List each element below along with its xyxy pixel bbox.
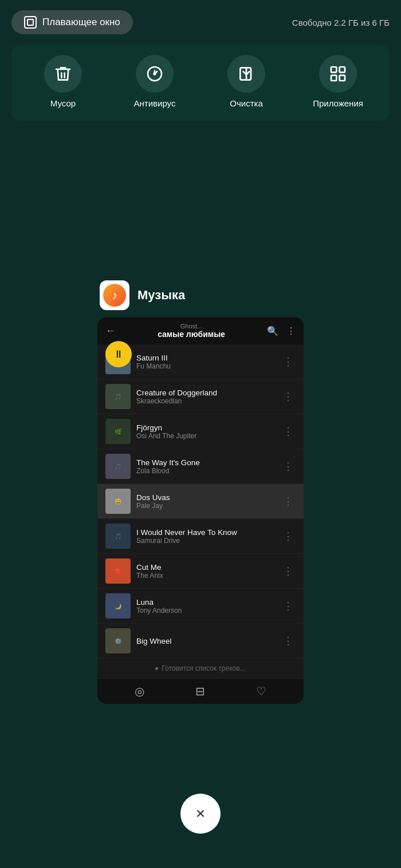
- trash-label: Мусор: [50, 98, 76, 108]
- favorites-nav-button[interactable]: ♡: [256, 684, 266, 698]
- clean-icon: [237, 65, 255, 83]
- track-more-button[interactable]: ⋮: [281, 632, 296, 649]
- track-name: Big Wheel: [136, 637, 275, 645]
- clean-label: Очистка: [230, 98, 262, 108]
- apps-icon: [329, 65, 347, 83]
- track-info: Fjörgyn Osi And The Jupiter: [136, 423, 275, 440]
- loading-dot: [155, 667, 158, 670]
- track-list: 🎵 Saturn III Fu Manchu ⋮ 🎵 Creature of D…: [97, 344, 304, 678]
- player-header-actions: 🔍 ⋮: [267, 326, 296, 336]
- track-thumbnail: 🎵: [105, 384, 131, 409]
- loading-label: Готовится список треков...: [162, 664, 245, 672]
- track-item[interactable]: 🎵 The Way It's Gone Zola Blood ⋮: [97, 449, 304, 484]
- antivirus-label: Антивирус: [134, 98, 176, 108]
- track-more-button[interactable]: ⋮: [281, 562, 296, 580]
- discover-nav-button[interactable]: ◎: [135, 684, 144, 698]
- music-app-header: Музыка: [97, 280, 304, 310]
- track-more-button[interactable]: ⋮: [281, 493, 296, 510]
- player-card: ← Ghost... самые любимые 🔍 ⋮ ⏸ 🎵 Saturn: [97, 317, 304, 704]
- track-artist: Zola Blood: [136, 467, 275, 475]
- top-bar: Плавающее окно Свободно 2.2 ГБ из 6 ГБ: [0, 0, 401, 40]
- player-title-area: Ghost... самые любимые: [158, 323, 225, 339]
- cleaner-trash-item[interactable]: Мусор: [40, 55, 86, 108]
- track-artist: Osi And The Jupiter: [136, 432, 275, 440]
- antivirus-icon-circle: [136, 55, 174, 93]
- track-thumbnail: 😄: [105, 489, 131, 514]
- floating-button-label: Плавающее окно: [42, 17, 120, 28]
- track-artist: Samurai Drive: [136, 537, 275, 545]
- player-back-button[interactable]: ←: [105, 325, 116, 337]
- track-item[interactable]: 🎵 Creature of Doggerland Skraeckoedlan ⋮: [97, 379, 304, 414]
- apps-icon-circle: [319, 55, 357, 93]
- track-thumbnail: 🌙: [105, 593, 131, 619]
- loading-text: Готовится список треков...: [97, 659, 304, 678]
- apps-label: Приложения: [313, 98, 363, 108]
- svg-point-3: [154, 73, 156, 75]
- music-app-icon-inner: [103, 284, 126, 307]
- floating-icon: [24, 16, 37, 29]
- music-app-icon: [100, 280, 129, 310]
- play-pause-button[interactable]: ⏸: [105, 341, 132, 367]
- track-name: Luna: [136, 598, 275, 607]
- track-more-button[interactable]: ⋮: [281, 388, 296, 405]
- close-button[interactable]: ×: [180, 794, 221, 834]
- track-item-active[interactable]: 😄 Dos Uvas Pale Jay ⋮: [97, 484, 304, 519]
- music-app-name: Музыка: [137, 288, 185, 303]
- clean-icon-circle: [227, 55, 265, 93]
- svg-rect-7: [340, 67, 345, 72]
- svg-rect-8: [331, 76, 336, 81]
- track-artist: Fu Manchu: [136, 362, 275, 370]
- track-item[interactable]: 🔴 Cut Me The Anix ⋮: [97, 554, 304, 589]
- track-name: Dos Uvas: [136, 493, 275, 502]
- track-thumbnail: ⚙️: [105, 628, 131, 653]
- track-artist: The Anix: [136, 572, 275, 580]
- close-icon: ×: [196, 804, 205, 823]
- track-thumbnail: 🎵: [105, 524, 131, 549]
- track-info: The Way It's Gone Zola Blood: [136, 458, 275, 475]
- track-thumbnail: 🌿: [105, 419, 131, 444]
- cleaner-apps-item[interactable]: Приложения: [315, 55, 361, 108]
- track-info: Saturn III Fu Manchu: [136, 354, 275, 370]
- track-info: Cut Me The Anix: [136, 563, 275, 580]
- track-name: Cut Me: [136, 563, 275, 572]
- track-name: Saturn III: [136, 354, 275, 362]
- track-info: Creature of Doggerland Skraeckoedlan: [136, 389, 275, 405]
- cleaner-antivirus-item[interactable]: Антивирус: [132, 55, 178, 108]
- track-name: Creature of Doggerland: [136, 389, 275, 397]
- track-artist: Pale Jay: [136, 502, 275, 510]
- track-artist: Tony Anderson: [136, 607, 275, 615]
- cleaner-card: Мусор Антивирус Очистка: [11, 45, 390, 121]
- track-thumbnail: 🔴: [105, 558, 131, 584]
- music-widget: Музыка ← Ghost... самые любимые 🔍 ⋮ ⏸ 🎵: [97, 280, 304, 704]
- trash-icon-circle: [44, 55, 82, 93]
- track-more-button[interactable]: ⋮: [281, 423, 296, 440]
- track-item[interactable]: 🌿 Fjörgyn Osi And The Jupiter ⋮: [97, 414, 304, 449]
- track-artist: Skraeckoedlan: [136, 397, 275, 405]
- svg-rect-9: [340, 76, 345, 81]
- track-more-button[interactable]: ⋮: [281, 597, 296, 615]
- storage-info: Свободно 2.2 ГБ из 6 ГБ: [292, 18, 390, 27]
- cleaner-clean-item[interactable]: Очистка: [223, 55, 269, 108]
- track-item[interactable]: 🌙 Luna Tony Anderson ⋮: [97, 589, 304, 624]
- floating-window-button[interactable]: Плавающее окно: [11, 10, 133, 34]
- player-search-button[interactable]: 🔍: [267, 326, 278, 336]
- track-thumbnail: 🎵: [105, 454, 131, 479]
- track-more-button[interactable]: ⋮: [281, 458, 296, 475]
- svg-rect-6: [331, 67, 336, 72]
- track-more-button[interactable]: ⋮: [281, 528, 296, 545]
- track-item[interactable]: ⚙️ Big Wheel ⋮: [97, 624, 304, 659]
- track-info: Big Wheel: [136, 637, 275, 645]
- antivirus-icon: [146, 65, 164, 83]
- player-more-button[interactable]: ⋮: [286, 326, 296, 336]
- player-bottom-nav: ◎ ⊟ ♡: [97, 678, 304, 704]
- player-source: Ghost...: [180, 323, 203, 330]
- track-item[interactable]: 🎵 I Would Never Have To Know Samurai Dri…: [97, 519, 304, 554]
- track-more-button[interactable]: ⋮: [281, 353, 296, 370]
- track-name: The Way It's Gone: [136, 458, 275, 467]
- track-info: Dos Uvas Pale Jay: [136, 493, 275, 510]
- queue-nav-button[interactable]: ⊟: [195, 684, 205, 698]
- pause-icon: ⏸: [113, 348, 124, 360]
- player-playlist-name: самые любимые: [158, 330, 225, 339]
- track-name: Fjörgyn: [136, 423, 275, 432]
- track-name: I Would Never Have To Know: [136, 528, 275, 537]
